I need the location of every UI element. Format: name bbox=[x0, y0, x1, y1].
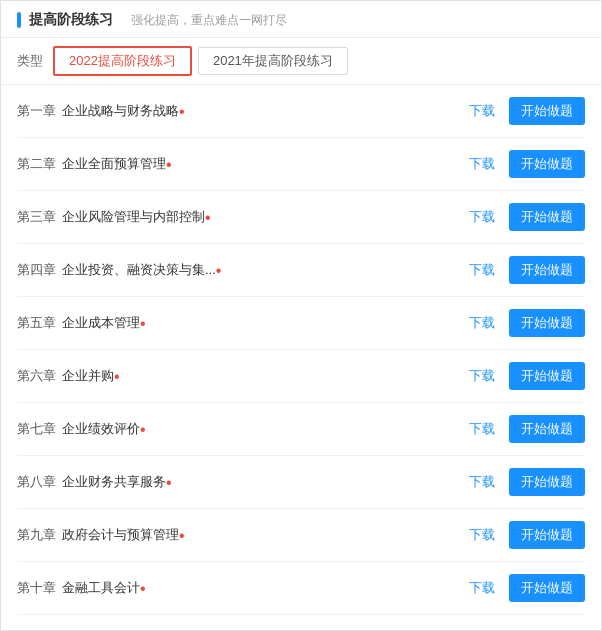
hot-dot: • bbox=[114, 367, 120, 384]
chapter-left: 第九章政府会计与预算管理• bbox=[17, 526, 465, 545]
download-button[interactable]: 下载 bbox=[465, 102, 499, 120]
chapter-num: 第四章 bbox=[17, 261, 56, 279]
chapter-right: 下载开始做题 bbox=[465, 150, 585, 178]
chapter-name: 企业成本管理• bbox=[62, 314, 146, 333]
chapter-right: 下载开始做题 bbox=[465, 97, 585, 125]
table-row: 第九章政府会计与预算管理•下载开始做题 bbox=[17, 509, 585, 562]
chapter-name: 政府会计与预算管理• bbox=[62, 526, 185, 545]
chapter-left: 第四章企业投资、融资决策与集...• bbox=[17, 261, 465, 280]
table-row: 第五章企业成本管理•下载开始做题 bbox=[17, 297, 585, 350]
chapter-left: 第六章企业并购• bbox=[17, 367, 465, 386]
chapter-name: 企业全面预算管理• bbox=[62, 155, 172, 174]
table-row: 第四章企业投资、融资决策与集...•下载开始做题 bbox=[17, 244, 585, 297]
download-button[interactable]: 下载 bbox=[465, 367, 499, 385]
chapter-name: 企业风险管理与内部控制• bbox=[62, 208, 211, 227]
start-button[interactable]: 开始做题 bbox=[509, 521, 585, 549]
chapter-num: 第九章 bbox=[17, 526, 56, 544]
chapter-left: 第七章企业绩效评价• bbox=[17, 420, 465, 439]
start-button[interactable]: 开始做题 bbox=[509, 415, 585, 443]
download-button[interactable]: 下载 bbox=[465, 579, 499, 597]
download-button[interactable]: 下载 bbox=[465, 208, 499, 226]
chapter-num: 第七章 bbox=[17, 420, 56, 438]
hot-dot: • bbox=[140, 579, 146, 596]
chapter-right: 下载开始做题 bbox=[465, 362, 585, 390]
hot-dot: • bbox=[166, 473, 172, 490]
start-button[interactable]: 开始做题 bbox=[509, 309, 585, 337]
chapter-num: 第六章 bbox=[17, 367, 56, 385]
chapter-name: 企业财务共享服务• bbox=[62, 473, 172, 492]
hot-dot: • bbox=[166, 155, 172, 172]
tab-2021[interactable]: 2021年提高阶段练习 bbox=[198, 47, 348, 75]
hot-dot: • bbox=[216, 261, 222, 278]
chapter-right: 下载开始做题 bbox=[465, 203, 585, 231]
chapter-left: 第十章金融工具会计• bbox=[17, 579, 465, 598]
start-button[interactable]: 开始做题 bbox=[509, 362, 585, 390]
start-button[interactable]: 开始做题 bbox=[509, 150, 585, 178]
hot-dot: • bbox=[140, 314, 146, 331]
chapter-left: 第五章企业成本管理• bbox=[17, 314, 465, 333]
tab-2022[interactable]: 2022提高阶段练习 bbox=[53, 46, 192, 76]
table-row: 第三章企业风险管理与内部控制•下载开始做题 bbox=[17, 191, 585, 244]
chapter-right: 下载开始做题 bbox=[465, 415, 585, 443]
table-row: 第十章金融工具会计•下载开始做题 bbox=[17, 562, 585, 615]
chapter-right: 下载开始做题 bbox=[465, 309, 585, 337]
table-row: 第六章企业并购•下载开始做题 bbox=[17, 350, 585, 403]
start-button[interactable]: 开始做题 bbox=[509, 468, 585, 496]
header-subtitle: 强化提高，重点难点一网打尽 bbox=[131, 12, 287, 29]
hot-dot: • bbox=[205, 208, 211, 225]
chapter-name: 企业并购• bbox=[62, 367, 120, 386]
chapter-right: 下载开始做题 bbox=[465, 574, 585, 602]
header-accent-bar bbox=[17, 12, 21, 28]
start-button[interactable]: 开始做题 bbox=[509, 97, 585, 125]
hot-dot: • bbox=[140, 420, 146, 437]
chapter-right: 下载开始做题 bbox=[465, 256, 585, 284]
table-row: 第七章企业绩效评价•下载开始做题 bbox=[17, 403, 585, 456]
header-title: 提高阶段练习 bbox=[29, 11, 113, 29]
start-button[interactable]: 开始做题 bbox=[509, 203, 585, 231]
tabs-row: 类型 2022提高阶段练习 2021年提高阶段练习 bbox=[1, 38, 601, 85]
start-button[interactable]: 开始做题 bbox=[509, 574, 585, 602]
chapter-left: 第八章企业财务共享服务• bbox=[17, 473, 465, 492]
download-button[interactable]: 下载 bbox=[465, 314, 499, 332]
chapter-right: 下载开始做题 bbox=[465, 521, 585, 549]
chapter-num: 第三章 bbox=[17, 208, 56, 226]
chapter-list: 第一章企业战略与财务战略•下载开始做题第二章企业全面预算管理•下载开始做题第三章… bbox=[1, 85, 601, 615]
hot-dot: • bbox=[179, 102, 185, 119]
download-button[interactable]: 下载 bbox=[465, 155, 499, 173]
chapter-num: 第一章 bbox=[17, 102, 56, 120]
download-button[interactable]: 下载 bbox=[465, 473, 499, 491]
table-row: 第二章企业全面预算管理•下载开始做题 bbox=[17, 138, 585, 191]
chapter-num: 第五章 bbox=[17, 314, 56, 332]
chapter-name: 企业绩效评价• bbox=[62, 420, 146, 439]
header: 提高阶段练习 强化提高，重点难点一网打尽 bbox=[1, 1, 601, 38]
chapter-name: 企业投资、融资决策与集...• bbox=[62, 261, 221, 280]
chapter-left: 第一章企业战略与财务战略• bbox=[17, 102, 465, 121]
chapter-left: 第三章企业风险管理与内部控制• bbox=[17, 208, 465, 227]
chapter-num: 第十章 bbox=[17, 579, 56, 597]
chapter-left: 第二章企业全面预算管理• bbox=[17, 155, 465, 174]
download-button[interactable]: 下载 bbox=[465, 526, 499, 544]
start-button[interactable]: 开始做题 bbox=[509, 256, 585, 284]
main-container: 提高阶段练习 强化提高，重点难点一网打尽 类型 2022提高阶段练习 2021年… bbox=[0, 0, 602, 631]
table-row: 第八章企业财务共享服务•下载开始做题 bbox=[17, 456, 585, 509]
chapter-name: 企业战略与财务战略• bbox=[62, 102, 185, 121]
chapter-right: 下载开始做题 bbox=[465, 468, 585, 496]
download-button[interactable]: 下载 bbox=[465, 420, 499, 438]
chapter-name: 金融工具会计• bbox=[62, 579, 146, 598]
hot-dot: • bbox=[179, 526, 185, 543]
chapter-num: 第二章 bbox=[17, 155, 56, 173]
table-row: 第一章企业战略与财务战略•下载开始做题 bbox=[17, 85, 585, 138]
download-button[interactable]: 下载 bbox=[465, 261, 499, 279]
tab-type-label: 类型 bbox=[17, 52, 43, 70]
header-title-bar: 提高阶段练习 强化提高，重点难点一网打尽 bbox=[17, 11, 287, 29]
chapter-num: 第八章 bbox=[17, 473, 56, 491]
